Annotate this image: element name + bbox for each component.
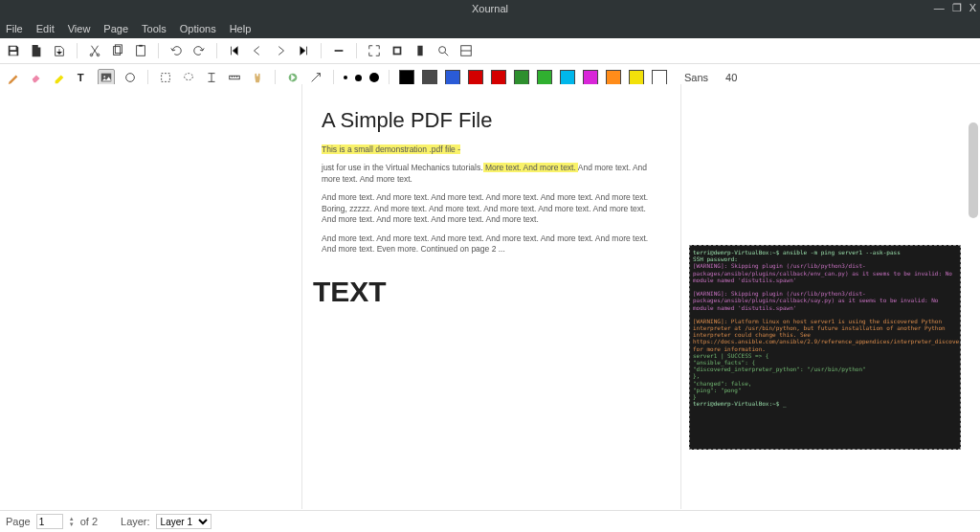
color-cyan[interactable] (560, 70, 575, 85)
svg-rect-16 (162, 74, 170, 82)
menu-view[interactable]: View (68, 23, 91, 34)
titlebar: Xournal — ❐ X (0, 0, 980, 19)
svg-point-0 (90, 54, 93, 56)
eraser-tool-icon[interactable] (29, 70, 44, 85)
layer-select[interactable]: Layer 1 (156, 514, 212, 529)
thickness-fine[interactable] (344, 76, 347, 79)
color-yellow[interactable] (629, 70, 644, 85)
next-page-icon[interactable] (273, 43, 288, 58)
shape-tool-icon[interactable] (122, 70, 138, 85)
menu-options[interactable]: Options (180, 23, 216, 34)
statusbar: Page ▲▼ of 2 Layer: Layer 1 (0, 510, 980, 532)
menu-edit[interactable]: Edit (36, 23, 55, 34)
save-icon[interactable] (6, 43, 21, 58)
menu-help[interactable]: Help (230, 23, 252, 34)
zoom-in-icon[interactable] (435, 43, 451, 58)
color-blue[interactable] (445, 70, 460, 85)
svg-rect-6 (335, 50, 344, 52)
text-tool-icon[interactable]: T (75, 70, 90, 85)
color-black[interactable] (399, 70, 414, 85)
redo-icon[interactable] (191, 43, 207, 58)
open-icon[interactable] (52, 43, 67, 58)
layer-label: Layer: (121, 516, 150, 527)
select-lasso-tool-icon[interactable] (181, 70, 196, 85)
doc-p1: This is a small demonstration .pdf file … (322, 144, 661, 155)
pasted-image-terminal[interactable]: terri@demrp-VirtualBox:~$ ansible -m pin… (689, 245, 961, 450)
copy-icon[interactable] (110, 43, 125, 58)
hand-tool-icon[interactable] (250, 70, 265, 85)
doc-p2: just for use in the Virtual Mechanics tu… (322, 163, 661, 185)
highlighter-tool-icon[interactable] (52, 70, 67, 85)
window-controls: — ❐ X (934, 2, 976, 14)
scrollbar[interactable] (969, 122, 978, 218)
doc-title: A Simple PDF File (322, 108, 680, 133)
toggle-icon[interactable] (458, 43, 474, 58)
thickness-thick[interactable] (369, 73, 379, 82)
minimize-icon[interactable]: — (934, 2, 945, 14)
svg-point-14 (103, 76, 105, 78)
svg-point-10 (439, 47, 446, 54)
annotation-text[interactable]: TEXT (313, 276, 387, 308)
close-icon[interactable]: X (969, 2, 976, 14)
doc-p3: And more text. And more text. And more t… (322, 192, 661, 225)
svg-rect-4 (137, 46, 145, 56)
undo-icon[interactable] (168, 43, 184, 58)
svg-rect-5 (139, 45, 143, 47)
svg-text:T: T (78, 72, 84, 83)
ruler-tool-icon[interactable] (227, 70, 242, 85)
fullscreen-icon[interactable] (367, 43, 382, 58)
color-green[interactable] (514, 70, 529, 85)
color-gray[interactable] (422, 70, 437, 85)
font-name[interactable]: Sans (684, 72, 708, 83)
cut-icon[interactable] (87, 43, 102, 58)
color-magenta[interactable] (583, 70, 598, 85)
vspace-tool-icon[interactable] (204, 70, 219, 85)
menu-tools[interactable]: Tools (142, 23, 167, 34)
svg-point-17 (185, 74, 193, 80)
prev-page-icon[interactable] (250, 43, 265, 58)
page-number-input[interactable] (36, 514, 63, 529)
doc-p4: And more text. And more text. And more t… (322, 233, 661, 255)
pen-tool-icon[interactable] (6, 70, 21, 85)
color-orange[interactable] (606, 70, 621, 85)
maximize-icon[interactable]: ❐ (952, 2, 962, 14)
color-red2[interactable] (491, 70, 506, 85)
zoom-page-icon[interactable] (412, 43, 428, 58)
menu-page[interactable]: Page (103, 23, 128, 34)
svg-point-15 (126, 74, 135, 82)
color-lightgreen[interactable] (537, 70, 552, 85)
page-of-label: of 2 (80, 516, 98, 527)
canvas[interactable]: A Simple PDF File This is a small demons… (0, 84, 980, 509)
page-spinner[interactable]: ▲▼ (69, 516, 75, 527)
page-label: Page (6, 516, 31, 527)
svg-point-1 (97, 54, 100, 56)
new-icon[interactable] (29, 43, 44, 58)
svg-rect-9 (417, 46, 422, 56)
menubar: File Edit View Page Tools Options Help (0, 19, 980, 38)
font-size[interactable]: 40 (725, 72, 737, 83)
zoom-fit-icon[interactable] (390, 43, 405, 58)
color-white[interactable] (652, 70, 667, 85)
default-tool-icon[interactable] (285, 70, 301, 85)
app-title: Xournal (0, 3, 980, 14)
menu-file[interactable]: File (6, 23, 23, 34)
first-page-icon[interactable] (227, 43, 242, 58)
thickness-medium[interactable] (355, 75, 362, 81)
paste-icon[interactable] (133, 43, 148, 58)
color-red[interactable] (468, 70, 483, 85)
svg-rect-8 (394, 48, 399, 53)
last-page-icon[interactable] (296, 43, 311, 58)
toolbar-main (0, 38, 980, 64)
zoom-out-icon[interactable] (331, 43, 346, 58)
select-rect-tool-icon[interactable] (158, 70, 173, 85)
arrow-tool-icon[interactable] (308, 70, 323, 85)
